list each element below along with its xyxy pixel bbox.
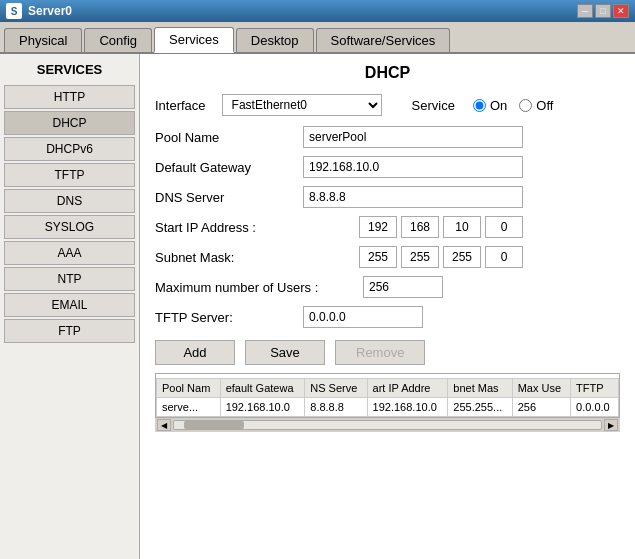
service-radio-group: On Off bbox=[473, 98, 553, 113]
col-tftp: TFTP bbox=[571, 379, 619, 398]
tab-physical[interactable]: Physical bbox=[4, 28, 82, 52]
service-label: Service bbox=[412, 98, 455, 113]
tftp-server-input[interactable] bbox=[303, 306, 423, 328]
sidebar-item-dhcpv6[interactable]: DHCPv6 bbox=[4, 137, 135, 161]
table-header-row: Pool Nam efault Gatewa NS Serve art IP A… bbox=[157, 379, 619, 398]
subnet-c[interactable] bbox=[443, 246, 481, 268]
sidebar-item-ntp[interactable]: NTP bbox=[4, 267, 135, 291]
table-row[interactable]: serve...192.168.10.08.8.8.8192.168.10.02… bbox=[157, 398, 619, 417]
col-start-ip: art IP Addre bbox=[367, 379, 448, 398]
data-table-container: Pool Nam efault Gatewa NS Serve art IP A… bbox=[155, 373, 620, 418]
tab-bar: Physical Config Services Desktop Softwar… bbox=[0, 22, 635, 54]
content-panel: DHCP Interface FastEthernet0 Service On … bbox=[140, 54, 635, 559]
dhcp-table: Pool Nam efault Gatewa NS Serve art IP A… bbox=[156, 378, 619, 417]
start-ip-c[interactable] bbox=[443, 216, 481, 238]
buttons-row: Add Save Remove bbox=[155, 340, 620, 365]
sidebar-item-aaa[interactable]: AAA bbox=[4, 241, 135, 265]
start-ip-label: Start IP Address : bbox=[155, 220, 355, 235]
sidebar: SERVICES HTTP DHCP DHCPv6 TFTP DNS SYSLO… bbox=[0, 54, 140, 559]
col-subnet-mask: bnet Mas bbox=[448, 379, 512, 398]
start-ip-d[interactable] bbox=[485, 216, 523, 238]
pool-name-input[interactable] bbox=[303, 126, 523, 148]
pool-name-row: Pool Name bbox=[155, 126, 620, 148]
col-default-gateway: efault Gatewa bbox=[220, 379, 305, 398]
subnet-mask-label: Subnet Mask: bbox=[155, 250, 355, 265]
scroll-right-button[interactable]: ▶ bbox=[604, 419, 618, 431]
minimize-button[interactable]: ─ bbox=[577, 4, 593, 18]
interface-label: Interface bbox=[155, 98, 206, 113]
interface-row: Interface FastEthernet0 Service On Off bbox=[155, 94, 620, 116]
sidebar-item-http[interactable]: HTTP bbox=[4, 85, 135, 109]
service-on-radio[interactable]: On bbox=[473, 98, 507, 113]
max-users-label: Maximum number of Users : bbox=[155, 280, 355, 295]
pool-name-label: Pool Name bbox=[155, 130, 295, 145]
tab-services[interactable]: Services bbox=[154, 27, 234, 53]
start-ip-row: Start IP Address : bbox=[155, 216, 620, 238]
window-controls: ─ □ ✕ bbox=[577, 4, 629, 18]
sidebar-item-dhcp[interactable]: DHCP bbox=[4, 111, 135, 135]
save-button[interactable]: Save bbox=[245, 340, 325, 365]
close-button[interactable]: ✕ bbox=[613, 4, 629, 18]
window-title: Server0 bbox=[28, 4, 72, 18]
panel-title: DHCP bbox=[155, 64, 620, 82]
app-icon: S bbox=[6, 3, 22, 19]
tab-software-services[interactable]: Software/Services bbox=[316, 28, 451, 52]
sidebar-item-ftp[interactable]: FTP bbox=[4, 319, 135, 343]
remove-button[interactable]: Remove bbox=[335, 340, 425, 365]
default-gateway-label: Default Gateway bbox=[155, 160, 295, 175]
interface-select[interactable]: FastEthernet0 bbox=[222, 94, 382, 116]
scroll-left-button[interactable]: ◀ bbox=[157, 419, 171, 431]
sidebar-header: SERVICES bbox=[4, 58, 135, 81]
default-gateway-row: Default Gateway bbox=[155, 156, 620, 178]
col-max-users: Max Use bbox=[512, 379, 570, 398]
max-users-row: Maximum number of Users : bbox=[155, 276, 620, 298]
horizontal-scrollbar[interactable]: ◀ ▶ bbox=[155, 418, 620, 432]
tab-desktop[interactable]: Desktop bbox=[236, 28, 314, 52]
col-dns-server: NS Serve bbox=[305, 379, 367, 398]
col-pool-name: Pool Nam bbox=[157, 379, 221, 398]
sidebar-item-tftp[interactable]: TFTP bbox=[4, 163, 135, 187]
subnet-mask-row: Subnet Mask: bbox=[155, 246, 620, 268]
sidebar-item-dns[interactable]: DNS bbox=[4, 189, 135, 213]
tftp-server-row: TFTP Server: bbox=[155, 306, 620, 328]
scroll-track[interactable] bbox=[173, 420, 602, 430]
dns-server-input[interactable] bbox=[303, 186, 523, 208]
dns-server-label: DNS Server bbox=[155, 190, 295, 205]
scroll-thumb[interactable] bbox=[184, 421, 244, 429]
tab-config[interactable]: Config bbox=[84, 28, 152, 52]
default-gateway-input[interactable] bbox=[303, 156, 523, 178]
tftp-server-label: TFTP Server: bbox=[155, 310, 295, 325]
subnet-d[interactable] bbox=[485, 246, 523, 268]
subnet-b[interactable] bbox=[401, 246, 439, 268]
max-users-input[interactable] bbox=[363, 276, 443, 298]
maximize-button[interactable]: □ bbox=[595, 4, 611, 18]
title-bar: S Server0 ─ □ ✕ bbox=[0, 0, 635, 22]
main-content: SERVICES HTTP DHCP DHCPv6 TFTP DNS SYSLO… bbox=[0, 54, 635, 559]
service-off-radio[interactable]: Off bbox=[519, 98, 553, 113]
subnet-a[interactable] bbox=[359, 246, 397, 268]
sidebar-item-email[interactable]: EMAIL bbox=[4, 293, 135, 317]
dns-server-row: DNS Server bbox=[155, 186, 620, 208]
start-ip-a[interactable] bbox=[359, 216, 397, 238]
sidebar-item-syslog[interactable]: SYSLOG bbox=[4, 215, 135, 239]
title-bar-left: S Server0 bbox=[6, 3, 72, 19]
add-button[interactable]: Add bbox=[155, 340, 235, 365]
start-ip-b[interactable] bbox=[401, 216, 439, 238]
